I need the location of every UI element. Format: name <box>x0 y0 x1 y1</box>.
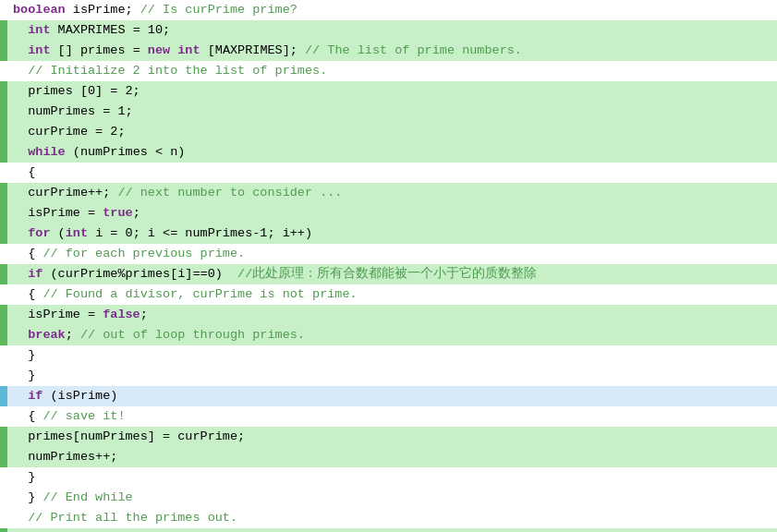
line-content: // Initialize 2 into the list of primes. <box>7 61 777 81</box>
code-token: if <box>28 387 42 406</box>
line-gutter <box>0 305 7 325</box>
code-line: isPrime = true; <box>0 203 777 224</box>
line-content: { // for each previous prime. <box>7 244 777 264</box>
code-token: ( <box>51 529 66 532</box>
code-token: int <box>28 42 50 61</box>
code-token <box>13 21 28 41</box>
code-token <box>13 143 28 163</box>
code-token <box>13 62 28 81</box>
code-token <box>13 224 28 244</box>
code-token: //此处原理：所有合数都能被一个小于它的质数整除 <box>237 265 537 284</box>
line-gutter <box>0 284 7 305</box>
code-token: // Found a divisor, curPrime is not prim… <box>42 285 357 305</box>
code-token: curPrime++; <box>13 184 117 203</box>
code-token: // out of loop through primes. <box>80 326 305 345</box>
line-gutter <box>0 427 7 447</box>
code-line: curPrime++; // next number to consider .… <box>0 183 777 203</box>
code-token: curPrime = 2; <box>13 123 126 142</box>
code-token: int <box>66 529 88 532</box>
code-token: // save it! <box>42 407 125 427</box>
code-line: { // Found a divisor, curPrime is not pr… <box>0 284 777 305</box>
line-content: numPrimes = 1; <box>7 102 777 122</box>
code-line: while (numPrimes < n) <box>0 142 777 163</box>
line-gutter <box>0 224 7 244</box>
code-token: // next number to consider ... <box>117 184 342 203</box>
code-token: { <box>13 285 42 305</box>
code-token: isPrime = <box>13 204 103 224</box>
code-token: true <box>103 204 132 224</box>
code-line: break; // out of loop through primes. <box>0 325 777 345</box>
line-content: primes [0] = 2; <box>7 81 777 102</box>
code-token: isPrime; <box>66 1 140 20</box>
line-gutter <box>0 41 7 61</box>
code-token: [] primes = <box>51 42 148 61</box>
code-token: (numPrimes < n) <box>66 143 186 163</box>
line-gutter <box>0 183 7 203</box>
line-gutter <box>0 386 7 406</box>
code-line: int [] primes = new int [MAXPRIMES]; // … <box>0 41 777 61</box>
code-token: // for each previous prime. <box>42 245 245 264</box>
line-content: } <box>7 366 777 386</box>
code-token: i = 0; i <= numPrimes-1; i++) <box>88 529 312 532</box>
code-line: if (curPrime%primes[i]==0) //此处原理：所有合数都能… <box>0 264 777 284</box>
code-token <box>13 509 28 528</box>
line-gutter <box>0 325 7 345</box>
code-line: { // save it! <box>0 406 777 427</box>
line-content: for (int i = 0; i <= numPrimes-1; i++) <box>7 224 777 244</box>
code-token: // Is curPrime prime? <box>140 1 297 20</box>
line-gutter <box>0 528 7 532</box>
line-content: for (int i = 0; i <= numPrimes-1; i++) <box>7 528 777 532</box>
code-token: for <box>28 529 50 532</box>
code-line: // Initialize 2 into the list of primes. <box>0 61 777 81</box>
code-token: numPrimes = 1; <box>13 103 133 122</box>
code-token: { <box>13 163 35 183</box>
line-content: int MAXPRIMES = 10; <box>7 20 777 41</box>
line-content: { // Found a divisor, curPrime is not pr… <box>7 284 777 305</box>
code-token: // Initialize 2 into the list of primes. <box>28 62 327 81</box>
code-line: primes [0] = 2; <box>0 81 777 102</box>
line-content: if (curPrime%primes[i]==0) //此处原理：所有合数都能… <box>7 264 777 284</box>
code-token: (isPrime) <box>42 387 117 406</box>
code-token <box>13 529 28 532</box>
line-gutter <box>0 20 7 41</box>
line-content: if (isPrime) <box>7 386 777 406</box>
code-token: // End while <box>42 489 132 508</box>
code-line: } <box>0 467 777 488</box>
code-token: int <box>177 42 200 61</box>
code-token: for <box>28 224 50 244</box>
line-content: } // End while <box>7 488 777 508</box>
line-gutter <box>0 0 7 20</box>
line-gutter <box>0 406 7 427</box>
code-token: { <box>13 245 42 264</box>
code-line: primes[numPrimes] = curPrime; <box>0 427 777 447</box>
code-line: boolean isPrime; // Is curPrime prime? <box>0 0 777 20</box>
code-line: int MAXPRIMES = 10; <box>0 20 777 41</box>
code-token: boolean <box>13 1 66 20</box>
line-gutter <box>0 488 7 508</box>
code-line: { // for each previous prime. <box>0 244 777 264</box>
code-token: primes[numPrimes] = curPrime; <box>13 428 245 447</box>
code-token: ; <box>66 326 80 345</box>
code-token: primes [0] = 2; <box>13 82 140 102</box>
code-token <box>13 42 28 61</box>
code-line: for (int i = 0; i <= numPrimes-1; i++) <box>0 528 777 532</box>
code-token: numPrimes++; <box>13 448 117 467</box>
line-content: int [] primes = new int [MAXPRIMES]; // … <box>7 41 777 61</box>
line-content: break; // out of loop through primes. <box>7 325 777 345</box>
code-token: new <box>148 42 170 61</box>
code-token: // The list of prime numbers. <box>305 42 522 61</box>
line-content: while (numPrimes < n) <box>7 142 777 163</box>
code-line: { <box>0 163 777 183</box>
line-gutter <box>0 508 7 528</box>
code-token: false <box>103 306 140 325</box>
code-line: } <box>0 366 777 386</box>
code-token: if <box>28 265 42 284</box>
code-token: } <box>13 346 35 366</box>
code-token: int <box>28 21 50 41</box>
line-gutter <box>0 467 7 488</box>
line-content: // Print all the primes out. <box>7 508 777 528</box>
code-token: (curPrime%primes[i]==0) <box>42 265 237 284</box>
code-token: [MAXPRIMES]; <box>200 42 305 61</box>
code-container: boolean isPrime; // Is curPrime prime? i… <box>0 0 777 532</box>
code-line: // Print all the primes out. <box>0 508 777 528</box>
